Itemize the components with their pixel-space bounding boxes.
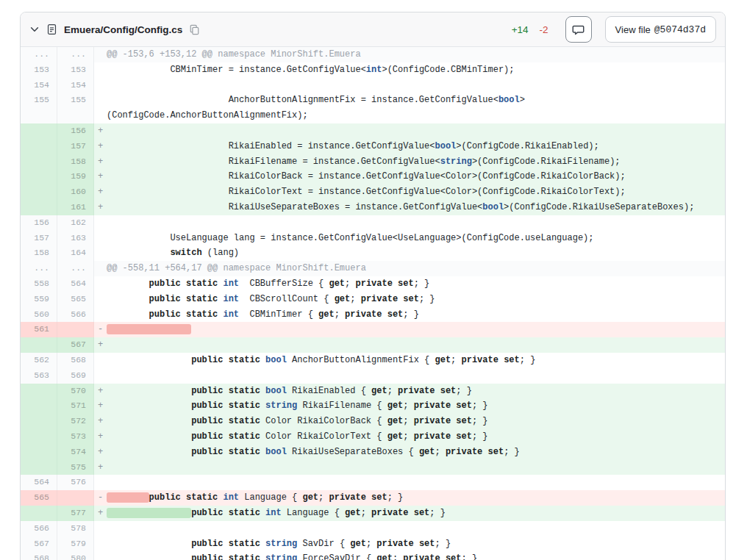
old-line-number[interactable] bbox=[21, 384, 57, 399]
chevron-down-icon[interactable] bbox=[29, 24, 40, 35]
old-line-number[interactable]: 154 bbox=[21, 78, 57, 93]
new-line-number[interactable]: 572 bbox=[57, 414, 94, 429]
old-line-number[interactable]: 568 bbox=[21, 551, 57, 560]
diff-sign bbox=[94, 62, 107, 78]
old-line-number[interactable] bbox=[21, 169, 57, 184]
new-line-number[interactable]: 570 bbox=[57, 384, 94, 399]
old-line-number[interactable]: 567 bbox=[21, 536, 57, 552]
new-line-number[interactable]: 158 bbox=[57, 154, 94, 170]
new-line-number[interactable]: 564 bbox=[57, 276, 94, 292]
diff-code-cell: + public static bool RikaiEnabled { get;… bbox=[94, 384, 725, 399]
new-line-number[interactable]: 565 bbox=[57, 292, 94, 307]
new-line-number[interactable]: 566 bbox=[57, 307, 94, 323]
old-line-number[interactable] bbox=[21, 445, 57, 460]
new-line-number[interactable]: 157 bbox=[57, 139, 94, 154]
old-line-number[interactable]: 155 bbox=[21, 93, 57, 123]
new-line-number[interactable]: 576 bbox=[57, 475, 94, 490]
old-line-number[interactable]: 153 bbox=[21, 62, 57, 78]
old-line-number[interactable] bbox=[21, 460, 57, 475]
old-line-number[interactable] bbox=[21, 154, 57, 170]
new-line-number[interactable]: 159 bbox=[57, 169, 94, 184]
old-line-number[interactable]: 566 bbox=[21, 521, 57, 536]
comment-button[interactable] bbox=[565, 16, 592, 43]
code-line bbox=[107, 521, 725, 536]
diff-row: 155155 AnchorButtonAlignmentFix = instan… bbox=[21, 93, 725, 123]
new-line-number[interactable]: 163 bbox=[57, 231, 94, 246]
new-line-number[interactable]: 567 bbox=[57, 337, 94, 353]
new-line-number[interactable]: 578 bbox=[57, 521, 94, 536]
old-line-number[interactable]: 561 bbox=[21, 322, 57, 337]
diff-row: 566578 bbox=[21, 521, 725, 536]
old-line-number[interactable] bbox=[21, 200, 57, 215]
old-line-number[interactable] bbox=[21, 414, 57, 429]
code-line: (ConfigCode.AnchorButtonAlignmentFix); bbox=[107, 108, 725, 123]
diff-row: ......@@ -153,6 +153,12 @@ namespace Min… bbox=[21, 47, 725, 62]
old-line-number[interactable]: 558 bbox=[21, 276, 57, 292]
new-line-number[interactable]: 574 bbox=[57, 445, 94, 460]
diff-row: 154154 bbox=[21, 78, 725, 93]
code-line bbox=[107, 460, 725, 475]
new-line-number[interactable]: 153 bbox=[57, 62, 94, 78]
new-line-number[interactable]: 577 bbox=[57, 506, 94, 521]
old-line-number[interactable]: 564 bbox=[21, 475, 57, 490]
old-line-number[interactable] bbox=[21, 123, 57, 139]
code-line: public static int CBScrollCount { get; p… bbox=[107, 292, 725, 307]
old-line-number[interactable] bbox=[21, 506, 57, 521]
diff-code-cell: + public static int Language { get; priv… bbox=[94, 506, 725, 521]
additions-count: +14 bbox=[512, 24, 529, 35]
file-path[interactable]: Emuera/Config/Config.cs bbox=[64, 24, 182, 35]
old-line-number[interactable]: 158 bbox=[21, 245, 57, 261]
old-line-number[interactable]: 559 bbox=[21, 292, 57, 307]
new-line-number[interactable]: 156 bbox=[57, 123, 94, 139]
old-line-number[interactable] bbox=[21, 139, 57, 154]
diff-sign bbox=[94, 521, 107, 536]
new-line-number[interactable]: 569 bbox=[57, 368, 94, 384]
new-line-number[interactable]: 155 bbox=[57, 93, 94, 123]
code-line: public static int CBBufferSize { get; pr… bbox=[107, 276, 725, 292]
new-line-number[interactable]: 571 bbox=[57, 398, 94, 414]
new-line-number[interactable]: 164 bbox=[57, 245, 94, 261]
diff-row: 562568 public static bool AnchorButtonAl… bbox=[21, 353, 725, 368]
copy-icon[interactable] bbox=[189, 24, 200, 35]
new-line-number[interactable]: 580 bbox=[57, 551, 94, 560]
diff-row: 560566 public static int CBMinTimer { ge… bbox=[21, 307, 725, 323]
new-line-number[interactable]: 573 bbox=[57, 429, 94, 445]
old-line-number[interactable] bbox=[21, 337, 57, 353]
new-line-number[interactable]: 575 bbox=[57, 460, 94, 475]
comment-bubble-icon bbox=[572, 24, 585, 36]
new-line-number[interactable]: 160 bbox=[57, 184, 94, 200]
diff-sign: + bbox=[94, 460, 107, 475]
new-line-number[interactable]: 161 bbox=[57, 200, 94, 215]
diff-sign bbox=[94, 353, 107, 368]
new-line-number[interactable]: 568 bbox=[57, 353, 94, 368]
old-line-number[interactable]: 565 bbox=[21, 490, 57, 506]
old-line-number[interactable]: 563 bbox=[21, 368, 57, 384]
old-line-number[interactable] bbox=[21, 429, 57, 445]
diff-code-cell: public static int CBBufferSize { get; pr… bbox=[94, 276, 725, 292]
diff-code-cell: - public static int Language { get; priv… bbox=[94, 490, 725, 506]
diff-row: 563569 bbox=[21, 368, 725, 384]
old-line-number[interactable]: 560 bbox=[21, 307, 57, 323]
code-line: UseLanguage lang = instance.GetConfigVal… bbox=[107, 231, 725, 246]
code-line: public static bool RikaiEnabled { get; p… bbox=[107, 384, 725, 399]
new-line-number[interactable] bbox=[57, 322, 94, 337]
diff-table: ......@@ -153,6 +153,12 @@ namespace Min… bbox=[21, 47, 725, 560]
diff-sign: + bbox=[94, 429, 107, 445]
old-line-number[interactable]: 562 bbox=[21, 353, 57, 368]
view-file-button[interactable]: View file @5074d37d bbox=[605, 16, 716, 43]
diff-code-cell: UseLanguage lang = instance.GetConfigVal… bbox=[94, 231, 725, 246]
new-line-number[interactable]: 154 bbox=[57, 78, 94, 93]
new-line-number[interactable]: 162 bbox=[57, 215, 94, 231]
diff-sign: + bbox=[94, 384, 107, 399]
new-line-number[interactable] bbox=[57, 490, 94, 506]
diff-sign bbox=[94, 368, 107, 384]
code-line bbox=[107, 368, 725, 384]
diff-row: 559565 public static int CBScrollCount {… bbox=[21, 292, 725, 307]
diff-code-cell: + public static Color RikaiColorText { g… bbox=[94, 429, 725, 445]
old-line-number[interactable] bbox=[21, 184, 57, 200]
new-line-number[interactable]: 579 bbox=[57, 536, 94, 552]
old-line-number[interactable] bbox=[21, 398, 57, 414]
old-line-number[interactable]: 157 bbox=[21, 231, 57, 246]
old-line-number[interactable]: 156 bbox=[21, 215, 57, 231]
code-line bbox=[107, 475, 725, 490]
